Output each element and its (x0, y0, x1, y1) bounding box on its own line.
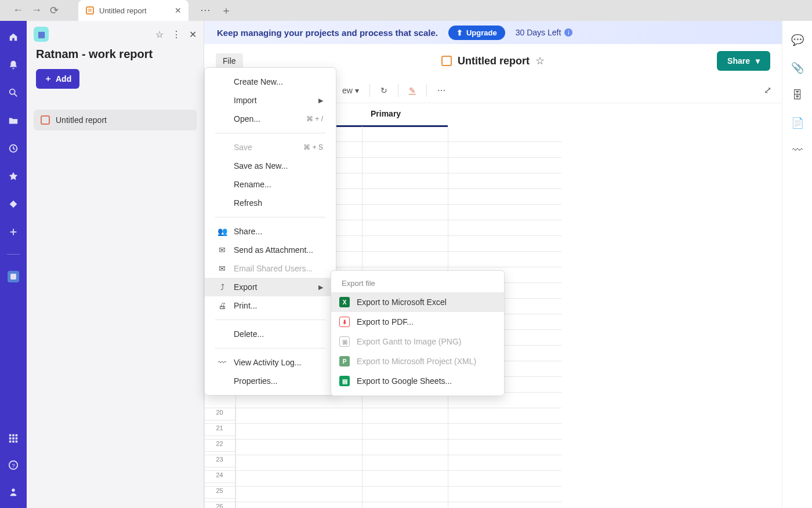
menu-share[interactable]: 👥Share... (205, 222, 336, 241)
browser-tab[interactable]: Untitled report ✕ (78, 0, 188, 21)
add-button[interactable]: ＋ Add (36, 69, 79, 89)
info-icon[interactable]: i (564, 28, 572, 37)
bell-icon[interactable] (8, 59, 19, 71)
export-google-sheets[interactable]: ▤ Export to Google Sheets... (331, 371, 504, 391)
print-icon: 🖨 (217, 301, 227, 310)
more-vertical-icon[interactable]: ⋮ (172, 29, 181, 40)
main-content: Keep managing your projects and process … (204, 21, 782, 508)
export-icon: ⤴ (217, 282, 227, 292)
upgrade-button[interactable]: ⬆ Upgrade (448, 26, 505, 40)
document-plus-icon[interactable]: 📄 (791, 117, 804, 129)
upgrade-banner: Keep managing your projects and process … (204, 21, 782, 44)
trial-days-left: 30 Days Left i (516, 28, 573, 37)
chevron-right-icon: ▶ (318, 97, 323, 104)
grid-row[interactable] (204, 455, 561, 471)
upgrade-arrow-icon: ⬆ (456, 28, 463, 37)
svg-rect-14 (16, 437, 18, 440)
sidebar-item-label: Untitled report (56, 115, 107, 125)
favorite-star-icon[interactable]: ☆ (535, 55, 545, 67)
toolbar-separator (369, 84, 370, 97)
upgrade-button-label: Upgrade (466, 28, 497, 37)
menu-import[interactable]: Import▶ (205, 91, 336, 110)
row-number[interactable]: 26 (204, 499, 235, 508)
help-icon[interactable]: ? (8, 459, 19, 471)
forward-icon[interactable]: → (31, 4, 42, 17)
workspace-icon[interactable] (8, 271, 19, 282)
toolbar-separator (398, 84, 398, 97)
row-number[interactable]: 23 (204, 452, 235, 467)
grid-row[interactable] (204, 471, 561, 487)
left-nav-rail: ? (0, 21, 27, 508)
row-number[interactable]: 24 (204, 467, 235, 483)
toolbar-separator (426, 84, 427, 97)
browser-tab-bar: ← → ⟳ Untitled report ✕ ⋯ ＋ (0, 0, 812, 21)
tab-overflow-icon[interactable]: ⋯ (200, 3, 211, 17)
home-icon[interactable] (8, 31, 19, 43)
share-button-label: Share (727, 56, 750, 66)
sidebar-item-report[interactable]: Untitled report (34, 110, 197, 130)
menu-create-new[interactable]: Create New... (205, 72, 336, 91)
menu-delete[interactable]: Delete... (205, 325, 336, 343)
trial-days-label: 30 Days Left (516, 28, 561, 37)
menu-export[interactable]: ⤴Export▶ (205, 278, 336, 296)
svg-rect-13 (12, 437, 14, 440)
chevron-right-icon: ▶ (318, 284, 323, 291)
column-header-primary[interactable]: Primary (364, 103, 408, 124)
more-horizontal-icon[interactable]: ⋯ (437, 86, 445, 95)
grid-row[interactable] (204, 408, 561, 424)
new-tab-icon[interactable]: ＋ (221, 3, 231, 17)
share-button[interactable]: Share ▾ (717, 51, 770, 71)
grid-row[interactable] (204, 424, 561, 440)
attachment-icon[interactable]: 📎 (791, 61, 804, 74)
menu-email-shared: ✉Email Shared Users... (205, 259, 336, 278)
export-excel[interactable]: X Export to Microsoft Excel (331, 292, 504, 312)
reload-icon[interactable]: ⟳ (50, 4, 59, 17)
apps-grid-icon[interactable] (8, 433, 19, 444)
menu-refresh[interactable]: Refresh (205, 194, 336, 212)
export-gantt-png: ▣ Export Gantt to Image (PNG) (331, 332, 504, 351)
comment-icon[interactable]: 💬 (791, 34, 804, 46)
view-dropdown[interactable]: ew ▾ (342, 86, 359, 95)
export-pdf[interactable]: ⬇ Export to PDF... (331, 312, 504, 332)
activity-pulse-icon[interactable]: 〰 (792, 144, 803, 157)
row-number[interactable]: 21 (204, 420, 235, 436)
workspace-app-icon[interactable]: ▦ (34, 27, 49, 42)
row-number[interactable]: 20 (204, 405, 235, 420)
menu-print[interactable]: 🖨Print... (205, 296, 336, 315)
expand-icon[interactable]: ⤢ (764, 85, 771, 96)
save-shortcut: ⌘ + S (303, 143, 323, 151)
grid-row[interactable] (204, 502, 561, 508)
svg-rect-0 (86, 7, 93, 14)
document-title[interactable]: Untitled report (458, 55, 530, 67)
menu-send-attachment[interactable]: ✉Send as Attachment... (205, 241, 336, 259)
pdf-icon: ⬇ (339, 317, 350, 327)
folder-icon[interactable] (8, 115, 19, 126)
menu-save-as-new[interactable]: Save as New... (205, 157, 336, 175)
clock-icon[interactable] (8, 143, 19, 154)
star-outline-icon[interactable]: ☆ (155, 29, 164, 40)
menu-activity-log[interactable]: 〰View Activity Log... (205, 353, 336, 372)
menu-open[interactable]: Open...⌘ + / (205, 110, 336, 128)
diamond-icon[interactable] (8, 198, 19, 210)
close-panel-icon[interactable]: ✕ (189, 29, 197, 40)
open-shortcut: ⌘ + / (306, 115, 323, 123)
svg-rect-8 (10, 274, 16, 280)
menu-rename[interactable]: Rename... (205, 175, 336, 194)
plus-icon[interactable] (8, 226, 19, 238)
grid-row[interactable] (204, 487, 561, 502)
search-icon[interactable] (8, 87, 19, 99)
back-icon[interactable]: ← (13, 4, 23, 17)
highlight-icon[interactable]: ✎ (409, 86, 416, 95)
grid-row[interactable] (204, 440, 561, 455)
star-icon[interactable] (8, 170, 19, 182)
archive-icon[interactable]: 🗄 (792, 89, 803, 101)
user-icon[interactable] (8, 486, 19, 498)
row-number[interactable]: 22 (204, 436, 235, 452)
menu-properties[interactable]: Properties... (205, 372, 336, 390)
menu-separator (215, 320, 325, 320)
close-tab-icon[interactable]: ✕ (175, 6, 182, 15)
row-number[interactable]: 25 (204, 483, 235, 499)
svg-line-4 (14, 94, 17, 97)
file-menu-button[interactable]: File (216, 53, 243, 68)
refresh-icon[interactable]: ↻ (380, 86, 387, 95)
